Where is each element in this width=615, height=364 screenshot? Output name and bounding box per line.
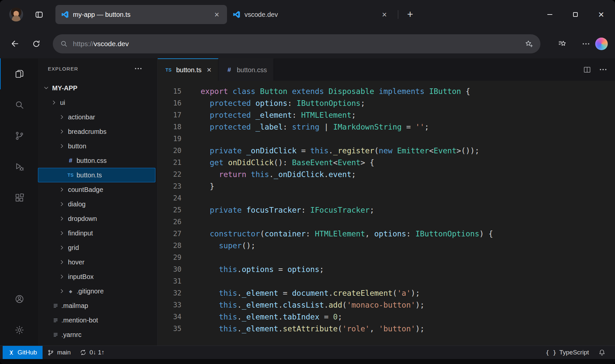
tree-item-findinput[interactable]: findinput bbox=[38, 226, 155, 240]
tab-title: vscode.dev bbox=[244, 11, 278, 18]
tree-item-label: actionbar bbox=[68, 113, 95, 121]
code-line-31[interactable]: 31 bbox=[158, 275, 615, 287]
editor-tabbar: TSbutton.ts×#button.css bbox=[158, 58, 615, 81]
sync-icon bbox=[80, 349, 86, 356]
activitybar-source-control-icon[interactable] bbox=[0, 120, 38, 151]
tree-item-actionbar[interactable]: actionbar bbox=[38, 110, 155, 124]
minimize-button[interactable] bbox=[541, 6, 558, 23]
line-number: 20 bbox=[158, 145, 181, 157]
tree-item-mention-bot[interactable]: .mention-bot bbox=[38, 313, 155, 327]
code-line-26[interactable]: 26 bbox=[158, 216, 615, 228]
copilot-icon[interactable] bbox=[595, 38, 608, 50]
code-text: this._element.setAttribute('role', 'butt… bbox=[181, 323, 425, 335]
more-options-icon[interactable] bbox=[575, 37, 589, 51]
sync-label: 0↓ 1↑ bbox=[89, 349, 104, 356]
activitybar-settings-icon[interactable] bbox=[0, 315, 38, 346]
activitybar-account-icon[interactable] bbox=[0, 284, 38, 315]
tree-item-dropdown[interactable]: dropdown bbox=[38, 211, 155, 226]
code-line-28[interactable]: 28 super(); bbox=[158, 240, 615, 252]
code-text bbox=[181, 275, 201, 287]
tab-close-icon[interactable]: × bbox=[379, 10, 389, 19]
line-number: 30 bbox=[158, 263, 181, 275]
url-host: vscode.dev bbox=[94, 40, 129, 47]
browser-tab-vscode-dev[interactable]: vscode.dev× bbox=[227, 5, 395, 24]
line-number: 28 bbox=[158, 240, 181, 252]
tree-item-label: button.css bbox=[77, 157, 107, 165]
activitybar-search-icon[interactable] bbox=[0, 89, 38, 120]
profile-avatar[interactable] bbox=[9, 8, 23, 21]
code-line-18[interactable]: 18 protected _label: string | IMarkdownS… bbox=[158, 121, 615, 133]
tree-item-inputbox[interactable]: inputBox bbox=[38, 269, 155, 284]
split-editor-icon[interactable] bbox=[583, 66, 591, 74]
code-line-19[interactable]: 19 bbox=[158, 133, 615, 145]
browser-tab-my-app-button-ts[interactable]: my-app — button.ts× bbox=[55, 5, 227, 24]
tab-close-icon[interactable]: × bbox=[212, 10, 222, 19]
tab-close-icon[interactable]: × bbox=[207, 66, 211, 74]
new-tab-button[interactable]: + bbox=[403, 7, 417, 22]
line-number: 25 bbox=[158, 204, 181, 216]
tree-item-grid[interactable]: grid bbox=[38, 240, 155, 255]
code-line-35[interactable]: 35 this._element.setAttribute('role', 'b… bbox=[158, 323, 615, 335]
tree-item-label: hover bbox=[68, 258, 84, 266]
notifications-indicator[interactable] bbox=[594, 346, 610, 359]
tree-item-mailmap[interactable]: .mailmap bbox=[38, 298, 155, 313]
tree-item-dialog[interactable]: dialog bbox=[38, 197, 155, 211]
tree-item-countbadge[interactable]: countBadge bbox=[38, 182, 155, 197]
code-line-15[interactable]: 15export class Button extends Disposable… bbox=[158, 85, 615, 97]
code-line-30[interactable]: 30 this.options = options; bbox=[158, 263, 615, 275]
tree-item-label: .gitignore bbox=[77, 288, 104, 295]
code-line-23[interactable]: 23 } bbox=[158, 180, 615, 192]
tree-item-my-app[interactable]: MY-APP bbox=[38, 81, 155, 95]
tree-item-gitignore[interactable]: ◆.gitignore bbox=[38, 284, 155, 298]
explorer-more-icon[interactable] bbox=[135, 64, 142, 74]
tree-item-hover[interactable]: hover bbox=[38, 255, 155, 269]
editor-tab-button-css[interactable]: #button.css bbox=[218, 58, 274, 81]
add-favorite-icon[interactable] bbox=[525, 40, 533, 48]
code-line-17[interactable]: 17 protected _element: HTMLElement; bbox=[158, 109, 615, 121]
branch-icon bbox=[47, 349, 54, 356]
code-text bbox=[181, 252, 201, 263]
code-editor[interactable]: 15export class Button extends Disposable… bbox=[158, 81, 615, 346]
code-line-16[interactable]: 16 protected options: IButtonOptions; bbox=[158, 97, 615, 109]
code-line-27[interactable]: 27 constructor(container: HTMLElement, o… bbox=[158, 228, 615, 240]
tree-item-button-css[interactable]: #button.css bbox=[38, 153, 155, 168]
code-line-32[interactable]: 32 this._element = document.createElemen… bbox=[158, 287, 615, 299]
address-bar[interactable]: https://vscode.dev bbox=[53, 34, 540, 53]
code-text: return this._onDidClick.event; bbox=[181, 168, 356, 180]
favorites-icon[interactable] bbox=[555, 37, 569, 51]
activitybar-run-debug-icon[interactable] bbox=[0, 151, 38, 182]
tree-item-button[interactable]: button bbox=[38, 139, 155, 153]
activitybar-explorer-icon[interactable] bbox=[0, 58, 38, 89]
code-line-25[interactable]: 25 private focusTracker: IFocusTracker; bbox=[158, 204, 615, 216]
maximize-button[interactable] bbox=[567, 6, 584, 23]
activitybar-extensions-icon[interactable] bbox=[0, 182, 38, 213]
code-line-21[interactable]: 21 get onDidClick(): BaseEvent<Event> { bbox=[158, 157, 615, 168]
back-button[interactable] bbox=[7, 37, 22, 51]
tree-item-label: button.ts bbox=[77, 171, 102, 179]
editor-more-icon[interactable] bbox=[600, 65, 606, 75]
line-number: 23 bbox=[158, 180, 181, 192]
code-line-33[interactable]: 33 this._element.classList.add('monaco-b… bbox=[158, 299, 615, 311]
remote-indicator[interactable]: GitHub bbox=[3, 346, 43, 359]
close-button[interactable]: × bbox=[593, 6, 610, 23]
branch-indicator[interactable]: main bbox=[43, 346, 75, 359]
sync-indicator[interactable]: 0↓ 1↑ bbox=[75, 346, 109, 359]
code-line-22[interactable]: 22 return this._onDidClick.event; bbox=[158, 168, 615, 180]
tree-item-label: dropdown bbox=[68, 215, 97, 223]
vertical-tabs-icon[interactable] bbox=[31, 7, 47, 22]
code-line-29[interactable]: 29 bbox=[158, 252, 615, 263]
tree-item-ui[interactable]: ui bbox=[38, 95, 155, 110]
window-bottom-edge bbox=[0, 359, 615, 364]
code-line-24[interactable]: 24 bbox=[158, 192, 615, 204]
chevron-right-icon bbox=[59, 129, 66, 135]
code-line-34[interactable]: 34 this._element.tabIndex = 0; bbox=[158, 311, 615, 323]
language-indicator[interactable]: { } TypeScript bbox=[541, 346, 594, 359]
editor-tab-button-ts[interactable]: TSbutton.ts× bbox=[158, 58, 218, 81]
code-text: constructor(container: HTMLElement, opti… bbox=[181, 228, 493, 240]
tree-item-yarnrc[interactable]: .yarnrc bbox=[38, 327, 155, 342]
refresh-button[interactable] bbox=[29, 37, 44, 51]
line-number: 21 bbox=[158, 157, 181, 168]
tree-item-breadcrumbs[interactable]: breadcrumbs bbox=[38, 124, 155, 139]
code-line-20[interactable]: 20 private _onDidClick = this._register(… bbox=[158, 145, 615, 157]
tree-item-button-ts[interactable]: TSbutton.ts bbox=[38, 168, 155, 182]
